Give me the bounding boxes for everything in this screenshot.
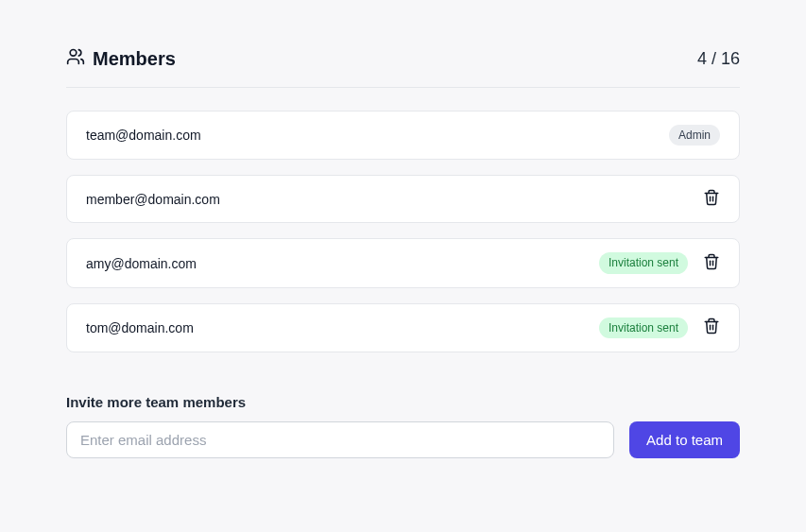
invite-section: Invite more team members Add to team (66, 394, 740, 458)
member-actions (703, 189, 720, 209)
invitation-sent-badge: Invitation sent (599, 252, 688, 273)
member-row: amy@domain.comInvitation sent (66, 238, 740, 287)
remove-member-button[interactable] (703, 253, 720, 273)
trash-icon (703, 317, 720, 337)
member-row: tom@domain.comInvitation sent (66, 303, 740, 352)
invitation-sent-badge: Invitation sent (599, 317, 688, 338)
invite-email-input[interactable] (66, 421, 614, 458)
page-title: Members (93, 48, 176, 70)
admin-badge: Admin (669, 125, 720, 146)
member-count: 4 / 16 (697, 49, 740, 69)
invite-label: Invite more team members (66, 394, 740, 410)
member-email: member@domain.com (86, 192, 220, 207)
svg-point-0 (70, 50, 77, 57)
member-actions: Invitation sent (599, 317, 720, 338)
member-email: amy@domain.com (86, 256, 197, 271)
member-email: team@domain.com (86, 128, 201, 143)
remove-member-button[interactable] (703, 189, 720, 209)
member-actions: Invitation sent (599, 252, 720, 273)
member-row: team@domain.comAdmin (66, 111, 740, 160)
member-actions: Admin (669, 125, 720, 146)
header-left: Members (66, 47, 176, 70)
invite-row: Add to team (66, 421, 740, 458)
members-header: Members 4 / 16 (66, 47, 740, 88)
member-email: tom@domain.com (86, 320, 194, 335)
trash-icon (703, 189, 720, 209)
trash-icon (703, 253, 720, 273)
users-icon (66, 47, 85, 70)
remove-member-button[interactable] (703, 317, 720, 337)
member-row: member@domain.com (66, 175, 740, 223)
member-list: team@domain.comAdminmember@domain.comamy… (66, 111, 740, 352)
add-to-team-button[interactable]: Add to team (629, 421, 740, 458)
